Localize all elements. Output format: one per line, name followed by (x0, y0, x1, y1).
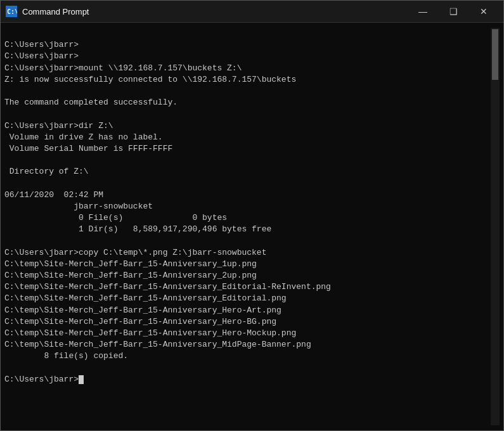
console-output: C:\Users\jbarr> C:\Users\jbarr> C:\Users… (4, 28, 491, 425)
titlebar: C:\ Command Prompt — ❑ ✕ (1, 1, 503, 23)
console-area[interactable]: C:\Users\jbarr> C:\Users\jbarr> C:\Users… (1, 23, 503, 430)
window-title: Command Prompt (22, 7, 89, 16)
svg-text:C:\: C:\ (7, 8, 17, 15)
scrollbar-thumb[interactable] (492, 29, 498, 80)
cursor-blink (79, 375, 84, 384)
minimize-button[interactable]: — (408, 1, 437, 23)
close-button[interactable]: ✕ (469, 1, 498, 23)
scrollbar[interactable] (491, 28, 500, 425)
titlebar-controls: — ❑ ✕ (408, 1, 498, 23)
cmd-window: C:\ Command Prompt — ❑ ✕ C:\Users\jbarr>… (0, 0, 504, 431)
titlebar-left: C:\ Command Prompt (6, 6, 89, 17)
maximize-button[interactable]: ❑ (439, 1, 468, 23)
app-icon: C:\ (6, 6, 17, 17)
